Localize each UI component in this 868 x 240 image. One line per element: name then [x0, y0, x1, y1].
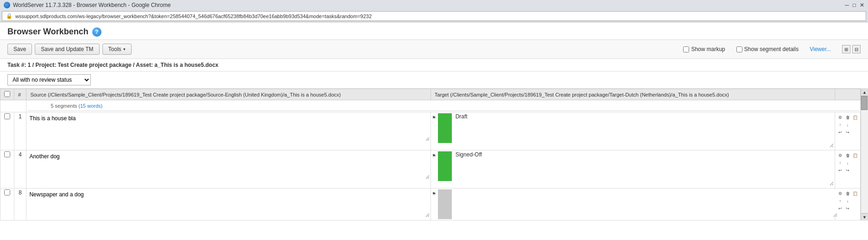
row1-checkbox[interactable]	[4, 113, 10, 119]
target-header-text: Target (/Clients/Sample_Client/Projects/…	[435, 92, 729, 97]
toolbar-right: Show markup Show segment details Viewer.…	[683, 45, 861, 53]
minimize-button[interactable]: ─	[845, 2, 849, 8]
row3-status-color-box	[438, 189, 452, 219]
row2-up-icon[interactable]: ↑	[837, 160, 843, 166]
row2-num: 4	[14, 150, 26, 188]
toolbar: Save Save and Update TM Tools ▾ Show mar…	[0, 40, 868, 59]
row1-action-row2: ↑ ↓	[837, 122, 858, 128]
row2-settings-icon[interactable]: ⚙	[837, 152, 843, 159]
row3-left-icon[interactable]: ↩	[837, 205, 843, 212]
toolbar-icon-1[interactable]: ⊞	[842, 45, 850, 53]
vertical-scrollbar[interactable]: ▲ ▼	[861, 89, 868, 221]
scrollbar-track[interactable]	[861, 96, 868, 213]
show-markup-label: Show markup	[691, 46, 725, 52]
scrollbar-thumb[interactable]	[861, 96, 868, 110]
save-update-tm-button[interactable]: Save and Update TM	[35, 44, 99, 55]
show-markup-checkbox[interactable]	[683, 46, 689, 52]
address-bar: 🔒 wssupport.sdlproducts.com/ws-legacy/br…	[2, 11, 866, 21]
show-segment-details-label: Show segment details	[744, 46, 798, 52]
row1-up-icon[interactable]: ↑	[837, 122, 843, 128]
page-title: Browser Workbench	[7, 27, 89, 37]
row3-target-cell: ⚑	[431, 188, 835, 221]
row1-num: 1	[14, 112, 26, 150]
row2-target-cell: ⚑ Signed-Off	[431, 150, 835, 188]
tools-button[interactable]: Tools ▾	[102, 44, 132, 55]
row1-copy-icon[interactable]: 📋	[852, 114, 858, 121]
row3-source-textarea[interactable]: Newspaper and a dog	[27, 189, 429, 217]
row1-down-icon[interactable]: ↓	[844, 122, 851, 128]
segments-table: # Source (/Clients/Sample_Client/Project…	[0, 89, 861, 221]
row2-action-row2: ↑ ↓	[837, 160, 858, 166]
row1-right-icon[interactable]: ↪	[844, 129, 851, 136]
row2-status-cell: ⚑ Signed-Off	[432, 151, 834, 187]
browser-title: WorldServer 11.7.3.328 - Browser Workben…	[13, 2, 171, 8]
row2-right-icon[interactable]: ↪	[844, 167, 851, 174]
close-button[interactable]: ✕	[860, 2, 864, 8]
count-cell: 5 segments (15 words)	[26, 100, 861, 112]
row1-source-textarea[interactable]: This is a house bla	[27, 113, 429, 141]
row3-source-cell: Newspaper and a dog	[26, 188, 431, 221]
row3-settings-icon[interactable]: ⚙	[837, 190, 843, 197]
segments-count-words[interactable]: (15 words)	[78, 103, 102, 109]
row3-target-textarea[interactable]	[457, 189, 837, 217]
row3-status-label	[454, 210, 457, 221]
row2-down-icon[interactable]: ↓	[844, 160, 851, 166]
chevron-down-icon: ▾	[123, 47, 126, 52]
row2-status-flag: ⚑	[432, 151, 436, 158]
status-filter-select[interactable]: All with no review status All Draft Sign…	[7, 74, 91, 85]
row3-up-icon[interactable]: ↑	[837, 198, 843, 204]
col-header-num: #	[14, 89, 26, 100]
segments-main: # Source (/Clients/Sample_Client/Project…	[0, 89, 861, 221]
row3-down-icon[interactable]: ↓	[844, 198, 851, 204]
row2-delete-icon[interactable]: 🗑	[844, 152, 851, 159]
row2-action-row3: ↩ ↪	[837, 167, 858, 174]
row1-settings-icon[interactable]: ⚙	[837, 114, 843, 121]
filter-bar: All with no review status All Draft Sign…	[0, 71, 868, 89]
url-text: wssupport.sdlproducts.com/ws-legacy/brow…	[15, 13, 372, 19]
scrollbar-up-btn[interactable]: ▲	[861, 89, 868, 96]
task-info-text: Task #: 1 / Project: Test Create project…	[7, 62, 218, 68]
row3-status-text-area	[454, 189, 834, 219]
row3-copy-icon[interactable]: 📋	[852, 190, 858, 197]
row3-action-row2: ↑ ↓	[837, 198, 858, 204]
toolbar-icon-2[interactable]: ⊟	[852, 45, 861, 53]
table-row: 1 This is a house bla ⚑ Draft	[0, 112, 861, 150]
row1-status-cell: ⚑ Draft	[432, 113, 834, 149]
maximize-button[interactable]: □	[853, 2, 856, 8]
row2-left-icon[interactable]: ↩	[837, 167, 843, 174]
row2-copy-icon[interactable]: 📋	[852, 152, 858, 159]
row1-target-textarea[interactable]	[454, 120, 834, 148]
show-segment-details-group: Show segment details	[736, 46, 798, 52]
row3-delete-icon[interactable]: 🗑	[844, 190, 851, 197]
segments-area: # Source (/Clients/Sample_Client/Project…	[0, 89, 868, 221]
count-cell-empty	[0, 100, 26, 112]
row3-status-flag: ⚑	[432, 189, 436, 196]
row2-target-textarea[interactable]	[454, 158, 834, 186]
row3-action-row1: ⚙ 🗑 📋	[837, 190, 858, 197]
row2-source-textarea[interactable]: Another dog	[27, 151, 429, 179]
row3-checkbox[interactable]	[4, 189, 10, 195]
title-bar: WorldServer 11.7.3.328 - Browser Workben…	[0, 0, 868, 10]
source-header-text: Source (/Clients/Sample_Client/Projects/…	[30, 92, 341, 97]
row2-source-cell: Another dog	[26, 150, 431, 188]
row1-status-text-area: Draft	[454, 113, 834, 149]
row2-checkbox[interactable]	[4, 151, 10, 157]
row2-checkbox-cell	[0, 150, 14, 188]
toolbar-icon-group: ⊞ ⊟	[842, 45, 861, 53]
row3-right-icon[interactable]: ↪	[844, 205, 851, 212]
scrollbar-down-btn[interactable]: ▼	[861, 213, 868, 221]
row3-action-icons: ⚙ 🗑 📋 ↑ ↓ ↩ ↪	[836, 189, 859, 213]
browser-chrome: WorldServer 11.7.3.328 - Browser Workben…	[0, 0, 868, 22]
col-header-target: Target (/Clients/Sample_Client/Projects/…	[431, 89, 835, 100]
save-button[interactable]: Save	[7, 44, 32, 55]
row1-action-row1: ⚙ 🗑 📋	[837, 114, 858, 121]
row1-action-row3: ↩ ↪	[837, 129, 858, 136]
help-icon[interactable]: ?	[92, 27, 101, 37]
show-segment-details-checkbox[interactable]	[736, 46, 742, 52]
row1-delete-icon[interactable]: 🗑	[844, 114, 851, 121]
select-all-checkbox[interactable]	[4, 91, 10, 97]
segments-count: 5 segments (15 words)	[27, 101, 859, 111]
viewer-link[interactable]: Viewer...	[810, 46, 831, 52]
row1-left-icon[interactable]: ↩	[837, 129, 843, 136]
row1-status-flag: ⚑	[432, 113, 436, 120]
